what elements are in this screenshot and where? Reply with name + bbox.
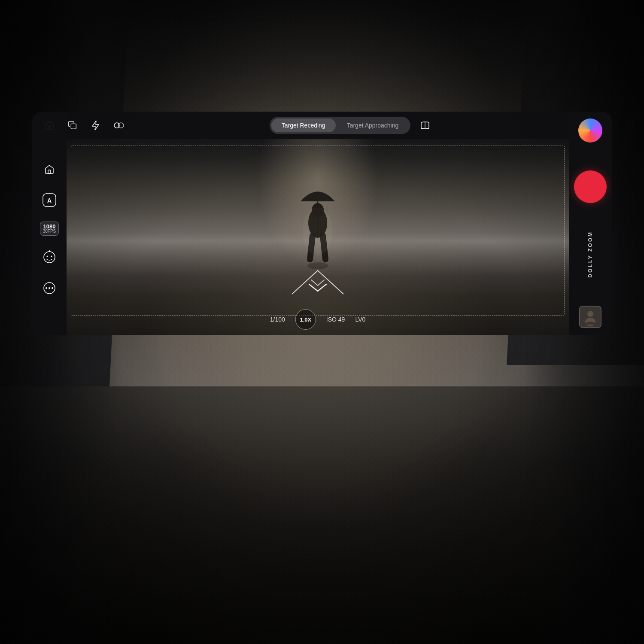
dolly-zoom-label: DOLLY ZOOM	[587, 231, 593, 278]
center-controls: Target Receding Target Approaching	[99, 117, 603, 134]
svg-point-22	[587, 311, 593, 317]
tracking-indicator	[288, 266, 348, 296]
ev-value: LV0	[355, 316, 365, 323]
book-icon[interactable]	[417, 118, 433, 133]
svg-point-13	[46, 287, 47, 289]
gallery-thumbnail[interactable]	[579, 306, 601, 328]
left-sidebar: A 1080 30FPS	[32, 112, 67, 335]
sidebar-home-btn[interactable]	[40, 160, 59, 179]
resolution-line2: 30FPS	[43, 229, 56, 234]
shutter-speed: 1/100	[270, 316, 285, 323]
iso-value: ISO 49	[326, 316, 345, 323]
exposure-info: 1/100 1.0X ISO 49 LV0	[270, 309, 366, 330]
svg-rect-1	[71, 124, 76, 129]
person-silhouette	[279, 161, 356, 274]
sidebar-auto-btn[interactable]: A	[40, 191, 59, 210]
camera-ui-panel: Target Receding Target Approaching	[32, 112, 612, 335]
svg-point-15	[52, 287, 53, 289]
target-approaching-btn[interactable]: Target Approaching	[337, 118, 409, 132]
resolution-badge[interactable]: 1080 30FPS	[40, 222, 59, 236]
segment-control: Target Receding Target Approaching	[270, 117, 411, 134]
zoom-level[interactable]: 1.0X	[295, 309, 316, 330]
copy-button[interactable]	[64, 117, 81, 134]
svg-point-10	[51, 256, 52, 257]
record-button[interactable]	[574, 170, 607, 203]
svg-text:A: A	[47, 197, 52, 204]
svg-point-14	[49, 287, 50, 289]
siri-button[interactable]	[578, 118, 602, 143]
svg-point-20	[303, 208, 333, 255]
viewfinder: 1/100 1.0X ISO 49 LV0	[67, 139, 569, 335]
target-receding-btn[interactable]: Target Receding	[271, 118, 336, 132]
sidebar-more-btn[interactable]	[40, 279, 59, 298]
right-panel: DOLLY ZOOM	[569, 112, 612, 335]
svg-point-9	[47, 256, 48, 257]
main-scene: Target Receding Target Approaching	[0, 0, 644, 644]
svg-point-8	[44, 252, 55, 263]
sidebar-face-btn[interactable]	[40, 248, 59, 267]
svg-rect-5	[48, 170, 51, 173]
top-bar: Target Receding Target Approaching	[32, 112, 612, 139]
